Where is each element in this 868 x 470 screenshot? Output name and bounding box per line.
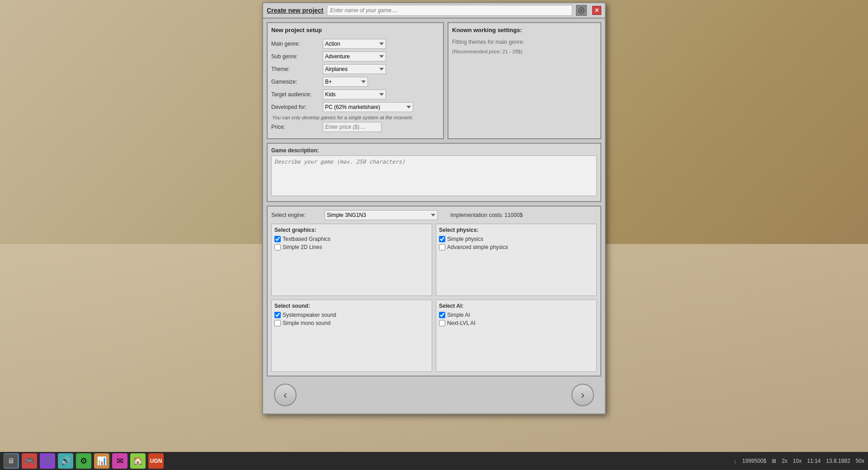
time-display: 11:14 [807,458,821,464]
taskbar-stats-icon[interactable]: 📊 [94,453,109,469]
system-speaker-row: Systemspeaker sound [274,312,429,318]
gamesize-row: Gamesize: B+ A AA AAA [271,77,439,87]
bottom-section: Select engine: Simple 3NG1N3 Advanced En… [267,206,601,376]
impl-cost-label: Implementation costs: 11000$ [450,212,523,218]
developed-for-row: Developed for: PC (62% marketshare) Cons… [271,102,439,112]
graphics-panel: Select graphics: Textbased Graphics Simp… [271,224,432,296]
ai-title: Select AI: [439,303,594,309]
simple-mono-label: Simple mono sound [283,320,330,326]
recommended-price-text: (Recommended price: 21 - 28$) [452,49,597,54]
window-icon[interactable]: 🖥 [4,454,18,468]
advanced-physics-label: Advanced simple physics [447,244,508,250]
icon-button[interactable] [576,5,587,16]
developed-for-label: Developed for: [271,104,321,110]
simple-ai-row: Simple AI [439,312,594,318]
next-lvl-ai-row: Next-LVL AI [439,320,594,326]
system-speaker-checkbox[interactable] [274,312,281,318]
top-section: New project setup Main genre: Action Adv… [267,22,601,139]
developed-for-select[interactable]: PC (62% marketshare) Console Mobile [323,102,413,112]
next-button[interactable]: › [571,384,594,406]
taskbar-status: ↓ 1999500$ ⊞ 2x 10x 11:14 13.8.1982 50x [734,457,864,465]
single-system-note: You can only develop games for a single … [272,115,439,120]
system-speaker-label: Systemspeaker sound [283,312,336,318]
new-project-title: New project setup [271,27,439,35]
theme-label: Theme: [271,66,321,72]
down-arrow-icon: ↓ [734,457,737,465]
modal-titlebar: Create new project ✕ [263,3,605,19]
price-row: Price: [271,122,439,132]
textbased-graphics-row: Textbased Graphics [274,236,429,242]
money-display: 1999500$ [742,458,766,464]
close-button[interactable]: ✕ [592,6,601,15]
modal-overlay: Create new project ✕ New project setup [0,0,868,470]
sub-genre-row: Sub genre: Adventure Action RPG [271,52,439,61]
target-audience-label: Target audience: [271,91,321,98]
main-genre-row: Main genre: Action Adventure RPG Simulat… [271,39,439,49]
simple-mono-checkbox[interactable] [274,320,281,326]
sub-genre-label: Sub genre: [271,53,321,60]
zoom-level: 2x [782,458,788,464]
known-settings-title: Known working settings: [452,27,597,35]
taskbar-home-icon[interactable]: 🏠 [130,453,146,469]
description-textarea[interactable] [271,155,597,196]
gamesize-select[interactable]: B+ A AA AAA [323,77,368,87]
physics-panel: Select physics: Simple physics Advanced … [436,224,597,296]
engine-label: Select engine: [271,212,321,218]
main-genre-select[interactable]: Action Adventure RPG Simulation Strategy [323,39,386,49]
gamesize-label: Gamesize: [271,79,321,85]
next-lvl-ai-label: Next-LVL AI [447,320,476,326]
taskbar: 🖥 👤 🎮 🎵 🔊 ⚙ 📊 ✉ 🏠 UGN ↓ 1999500$ ⊞ 2x 10… [0,452,868,470]
textbased-graphics-label: Textbased Graphics [283,236,330,242]
target-audience-row: Target audience: Kids Teens Adults Every… [271,89,439,99]
modal-body: New project setup Main genre: Action Adv… [263,19,605,414]
create-project-modal: Create new project ✕ New project setup [262,2,606,414]
res-display: 50x [856,458,864,464]
taskbar-settings-icon[interactable]: ⚙ [76,453,91,469]
selection-grid: Select graphics: Textbased Graphics Simp… [271,224,597,372]
zoom-display: ⊞ [772,458,776,464]
simple-ai-label: Simple AI [447,312,470,318]
engine-row: Select engine: Simple 3NG1N3 Advanced En… [271,210,597,220]
game-name-input[interactable] [327,5,572,16]
simple-mono-row: Simple mono sound [274,320,429,326]
taskbar-music-icon[interactable]: 🎵 [40,453,55,469]
known-settings-panel: Known working settings: Fitting themes f… [448,22,601,139]
zoom-level2: 10x [793,458,802,464]
new-project-panel: New project setup Main genre: Action Adv… [267,22,444,139]
price-input[interactable] [323,122,382,132]
theme-row: Theme: Airplanes Space Fantasy [271,64,439,74]
simple-physics-label: Simple physics [447,236,483,242]
taskbar-mail-icon[interactable]: ✉ [112,453,127,469]
simple2d-label: Simple 2D Lines [283,244,322,250]
ai-panel: Select AI: Simple AI Next-LVL AI [436,300,597,372]
graphics-title: Select graphics: [274,227,429,233]
navigation-row: ‹ › [267,380,601,410]
taskbar-ugn-icon[interactable]: UGN [148,453,164,469]
zoom-icon: ⊞ [772,458,776,464]
fitting-themes-text: Fitting themes for main genre: [452,39,597,45]
theme-select[interactable]: Airplanes Space Fantasy [323,64,386,74]
taskbar-sound-icon[interactable]: 🔊 [58,453,73,469]
simple-physics-row: Simple physics [439,236,594,242]
advanced-physics-row: Advanced simple physics [439,244,594,250]
sound-panel: Select sound: Systemspeaker sound Simple… [271,300,432,372]
next-lvl-ai-checkbox[interactable] [439,320,445,326]
modal-title: Create new project [267,7,323,14]
physics-title: Select physics: [439,227,594,233]
advanced-physics-checkbox[interactable] [439,244,445,250]
taskbar-game-icon[interactable]: 🎮 [22,453,37,469]
description-section: Game description: [267,143,601,202]
description-label: Game description: [271,147,597,154]
simple-ai-checkbox[interactable] [439,312,445,318]
textbased-graphics-checkbox[interactable] [274,236,281,242]
target-audience-select[interactable]: Kids Teens Adults Everyone [323,89,386,99]
engine-select[interactable]: Simple 3NG1N3 Advanced Engine [325,210,438,220]
price-label: Price: [271,124,321,130]
sub-genre-select[interactable]: Adventure Action RPG [323,52,386,61]
simple2d-checkbox[interactable] [274,244,281,250]
sound-title: Select sound: [274,303,429,309]
prev-button[interactable]: ‹ [274,384,297,406]
simple-physics-checkbox[interactable] [439,236,445,242]
main-genre-label: Main genre: [271,41,321,47]
date-display: 13.8.1982 [826,458,850,464]
